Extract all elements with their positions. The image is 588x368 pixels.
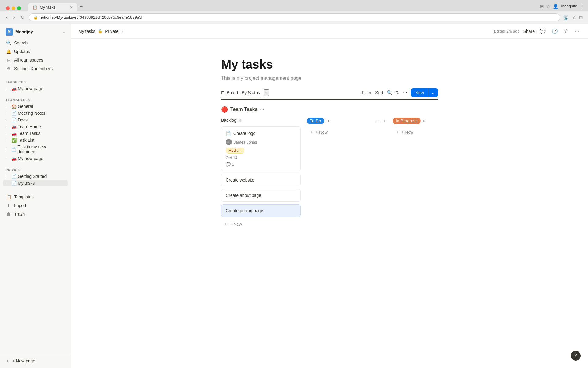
add-new-button-todo[interactable]: ＋ + New <box>307 128 386 137</box>
new-page-button[interactable]: ＋ + New page <box>3 356 68 366</box>
active-tab[interactable]: 📋 My tasks ✕ <box>28 3 77 11</box>
sidebar-item-trash[interactable]: 🗑 Trash <box>3 210 68 218</box>
sidebar-item-my-tasks[interactable]: › 📄 My tasks <box>3 180 68 186</box>
sort-button[interactable]: Sort <box>375 90 383 95</box>
app-container: M Moodjoy ⌄ 🔍 Search 🔔 Updates ⊞ All tea… <box>0 24 588 368</box>
my-new-page-2-label: My new page <box>18 156 43 161</box>
reload-button[interactable]: ↻ <box>19 13 26 21</box>
more-options-icon[interactable]: ⋯ <box>573 27 581 35</box>
column-count-in-progress: 0 <box>423 119 425 123</box>
sidebar-item-my-new-page-2[interactable]: › 🚗 My new page <box>3 155 68 162</box>
url-bar[interactable]: 🔒 notion.so/My-tasks-e6f34988812d420c875… <box>29 13 560 21</box>
sidebar-item-general[interactable]: › 🏠 General <box>3 103 68 110</box>
sidebar-updates-label: Updates <box>14 49 30 54</box>
column-more-button-todo[interactable]: ⋯ <box>376 118 380 124</box>
sidebar-search-label: Search <box>14 40 28 45</box>
filter-button[interactable]: Filter <box>362 90 371 95</box>
tab-close-button[interactable]: ✕ <box>70 5 73 10</box>
board-tab[interactable]: ⊞ Board · By Status <box>221 90 260 98</box>
sidebar-item-settings[interactable]: ⚙ Settings & members <box>3 64 68 73</box>
card-create-pricing-page[interactable]: Create pricing page <box>221 204 301 217</box>
sidebar-item-import[interactable]: ⬇ Import <box>3 201 68 210</box>
help-button[interactable]: ? <box>571 351 581 361</box>
board: Backlog 4 📄 Create logo JJ James Jonas <box>221 118 438 235</box>
card-comments: 💬 1 <box>226 162 296 167</box>
favorite-icon[interactable]: ☆ <box>563 27 570 35</box>
card-title-create-logo: 📄 Create logo <box>226 131 296 136</box>
card-create-website[interactable]: Create website <box>221 174 301 186</box>
header-actions: Edited 2m ago Share 💬 🕐 ☆ ⋯ <box>494 27 581 35</box>
more-icon[interactable]: ⋮ <box>580 4 584 9</box>
sidebar-item-updates[interactable]: 🔔 Updates <box>3 47 68 56</box>
sidebar-item-search[interactable]: 🔍 Search <box>3 39 68 47</box>
window-maximize-dot[interactable] <box>17 6 21 10</box>
team-tasks-emoji: 🔴 <box>221 106 228 113</box>
address-bar: ‹ › ↻ 🔒 notion.so/My-tasks-e6f34988812d4… <box>0 11 588 24</box>
chevron-right-icon: › <box>6 105 10 108</box>
star-icon[interactable]: ☆ <box>572 15 576 20</box>
extensions-icon: ⊞ <box>540 4 544 9</box>
share-button[interactable]: Share <box>523 29 535 34</box>
page-subtitle: This is my project management page <box>221 75 438 81</box>
add-new-button-backlog[interactable]: ＋ + New <box>221 220 301 229</box>
incognito-label: Incognito <box>561 4 577 9</box>
more-toolbar-button[interactable]: ⋯ <box>403 90 407 95</box>
card-create-logo[interactable]: 📄 Create logo JJ James Jonas Medium Oct … <box>221 126 301 171</box>
group-button[interactable]: ⇅ <box>396 90 399 95</box>
sidebar-item-team-home[interactable]: › 🚗 Team Home <box>3 123 68 130</box>
card-create-about-page[interactable]: Create about page <box>221 189 301 202</box>
page-title-breadcrumb: My tasks <box>78 29 95 34</box>
window-minimize-dot[interactable] <box>12 6 15 10</box>
sidebar-item-templates[interactable]: 📋 Templates <box>3 193 68 201</box>
sidebar-toggle[interactable]: ⊡ <box>579 15 583 20</box>
history-icon[interactable]: 🕐 <box>551 27 559 35</box>
chevron-down-icon: ⌄ <box>121 29 124 33</box>
board-toolbar-right: Filter Sort 🔍 ⇅ ⋯ New ⌄ <box>362 88 438 97</box>
team-tasks-label: Team Tasks <box>18 131 40 136</box>
main-header: My tasks 🔒 Private ⌄ Edited 2m ago Share… <box>71 24 588 39</box>
workspace-header[interactable]: M Moodjoy ⌄ <box>3 26 68 37</box>
sidebar-item-new-document[interactable]: › 📄 This is my new document <box>3 144 68 155</box>
sidebar-item-meeting-notes[interactable]: › 📄 Meeting Notes <box>3 110 68 117</box>
avatar: JJ <box>226 139 232 145</box>
tab-title: My tasks <box>40 5 55 10</box>
back-button[interactable]: ‹ <box>5 13 9 21</box>
column-count-backlog: 4 <box>239 118 241 123</box>
team-home-label: Team Home <box>18 124 41 129</box>
new-tab-button[interactable]: + <box>77 2 85 11</box>
card-meta-assignee: JJ James Jonas <box>226 139 296 145</box>
private-title: Private <box>3 168 68 172</box>
bookmark-icon[interactable]: ☆ <box>546 4 550 9</box>
team-tasks-menu-button[interactable]: ⋯ <box>260 107 264 112</box>
column-count-todo: 0 <box>327 119 329 123</box>
column-add-button-todo[interactable]: ＋ <box>382 118 386 124</box>
card-title-text: Create logo <box>233 131 255 136</box>
sidebar-item-docs[interactable]: › 📄 Docs <box>3 117 68 123</box>
new-button-dropdown[interactable]: ⌄ <box>428 88 438 97</box>
sidebar-settings-label: Settings & members <box>14 66 53 71</box>
chevron-right-icon: › <box>6 87 10 90</box>
sidebar-item-task-list[interactable]: › ✅ Task List <box>3 137 68 144</box>
trash-label: Trash <box>14 212 25 217</box>
chevron-right-icon: › <box>6 125 10 128</box>
user-icon[interactable]: 👤 <box>553 4 559 9</box>
sidebar-item-all-teamspaces[interactable]: ⊞ All teamspaces <box>3 56 68 64</box>
page-title: My tasks <box>221 57 438 72</box>
card-doc-icon: 📄 <box>226 131 231 136</box>
cast-icon[interactable]: 📡 <box>563 15 569 20</box>
search-board-button[interactable]: 🔍 <box>387 90 392 95</box>
forward-button[interactable]: › <box>12 13 16 21</box>
column-title-backlog: Backlog <box>221 118 236 123</box>
chevron-right-icon: › <box>6 132 10 135</box>
sidebar-item-getting-started[interactable]: › 📄 Getting Started <box>3 173 68 180</box>
window-close-dot[interactable] <box>6 6 10 10</box>
comment-icon[interactable]: 💬 <box>538 27 547 35</box>
column-header-todo: To Do 0 ⋯ ＋ <box>307 118 386 124</box>
sidebar-item-team-tasks[interactable]: › 🚗 Team Tasks <box>3 130 68 137</box>
sidebar-item-my-new-page[interactable]: › 🚗 My new page <box>3 85 68 92</box>
add-new-button-in-progress[interactable]: ＋ + New <box>393 128 438 137</box>
add-view-button[interactable]: ＋ <box>264 89 269 96</box>
new-button[interactable]: New <box>411 88 428 97</box>
search-icon: 🔍 <box>6 40 12 46</box>
add-new-label: + New <box>401 130 413 135</box>
